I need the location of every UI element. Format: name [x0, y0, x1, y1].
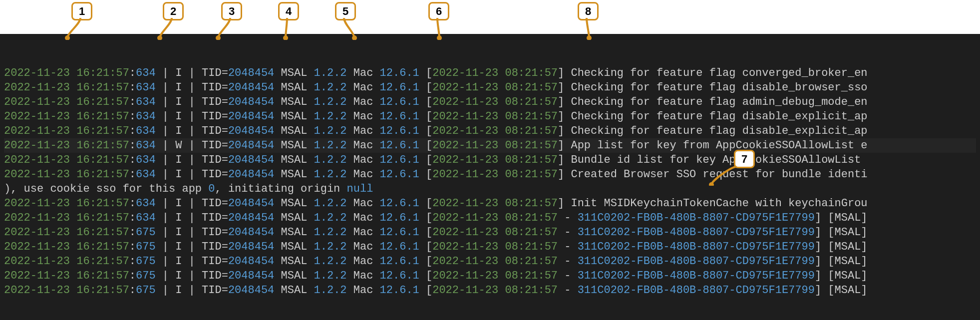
log-lib: MSAL: [281, 270, 308, 282]
log-lib: MSAL: [281, 139, 308, 152]
callout-box: 3: [221, 2, 242, 20]
log-line: 2022-11-23 16:21:57:634 | I | TID=204845…: [4, 66, 976, 80]
log-os: Mac: [353, 96, 373, 108]
callout-box: 5: [335, 2, 356, 20]
log-lib: MSAL: [281, 284, 308, 297]
log-level: I: [175, 81, 182, 94]
log-guid: 311C0202-FB0B-480B-8807-CD975F1E7799: [578, 284, 815, 297]
log-os: Mac: [353, 212, 373, 224]
log-time: 16:21:57: [76, 284, 129, 297]
log-ms: 675: [136, 226, 156, 239]
log-lib: MSAL: [281, 255, 308, 268]
log-os: Mac: [353, 270, 373, 282]
log-time: 16:21:57: [76, 154, 129, 166]
callout-box: 6: [428, 2, 449, 20]
log-line: ), use cookie sso for this app 0, initia…: [4, 182, 976, 196]
log-lib: MSAL: [281, 154, 308, 166]
log-line: 2022-11-23 16:21:57:634 | I | TID=204845…: [4, 109, 976, 124]
log-level: W: [175, 139, 182, 152]
log-msg: Checking for feature flag disable_explic…: [571, 125, 867, 137]
log-utc: 2022-11-23 08:21:57: [432, 270, 558, 282]
log-os: Mac: [353, 197, 373, 210]
log-osver: 12.6.1: [380, 110, 419, 123]
log-tid: 2048454: [228, 212, 274, 224]
log-tid: 2048454: [228, 284, 274, 297]
log-lib: MSAL: [281, 226, 308, 239]
log-msg: Checking for feature flag admin_debug_mo…: [571, 96, 867, 108]
log-ver: 1.2.2: [314, 212, 347, 224]
log-lib: MSAL: [281, 241, 308, 253]
callout-label: 1: [79, 5, 85, 17]
log-null: null: [347, 183, 373, 195]
log-time: 16:21:57: [76, 241, 129, 253]
log-guid: 311C0202-FB0B-480B-8807-CD975F1E7799: [578, 212, 815, 224]
log-time: 16:21:57: [76, 270, 129, 282]
log-date: 2022-11-23: [4, 284, 70, 297]
log-time: 16:21:57: [76, 110, 129, 123]
log-ms: 634: [136, 110, 156, 123]
callout-box: 1: [71, 2, 92, 20]
log-utc: 2022-11-23 08:21:57: [432, 255, 558, 268]
callout-4: 4: [271, 0, 296, 34]
log-utc: 2022-11-23 08:21:57: [432, 96, 558, 108]
log-lib: MSAL: [281, 81, 308, 94]
log-lib: MSAL: [281, 67, 308, 79]
log-date: 2022-11-23: [4, 197, 70, 210]
log-tid: 2048454: [228, 139, 274, 152]
log-date: 2022-11-23: [4, 81, 70, 94]
log-level: I: [175, 255, 182, 268]
callout-label: 5: [342, 5, 348, 17]
log-time: 16:21:57: [76, 212, 129, 224]
log-ver: 1.2.2: [314, 270, 347, 282]
log-os: Mac: [353, 284, 373, 297]
callout-2: 2: [152, 0, 173, 34]
log-os: Mac: [353, 125, 373, 137]
log-os: Mac: [353, 226, 373, 239]
log-tid: 2048454: [228, 270, 274, 282]
log-date: 2022-11-23: [4, 226, 70, 239]
log-os: Mac: [353, 67, 373, 79]
log-msg: Init MSIDKeychainTokenCache with keychai…: [571, 197, 867, 210]
log-osver: 12.6.1: [380, 125, 419, 137]
callout-1: 1: [60, 0, 81, 34]
log-msg: Bundle id list for key AppCookieSSOAllow…: [571, 154, 867, 166]
log-ms: 675: [136, 270, 156, 282]
log-ms: 634: [136, 67, 156, 79]
log-ver: 1.2.2: [314, 125, 347, 137]
log-os: Mac: [353, 139, 373, 152]
log-tid: 2048454: [228, 96, 274, 108]
log-ver: 1.2.2: [314, 110, 347, 123]
log-os: Mac: [353, 81, 373, 94]
log-line: 2022-11-23 16:21:57:634 | I | TID=204845…: [4, 167, 976, 182]
log-ms: 634: [136, 197, 156, 210]
log-os: Mac: [353, 168, 373, 181]
log-osver: 12.6.1: [380, 241, 419, 253]
log-level: I: [175, 125, 182, 137]
log-ms: 634: [136, 212, 156, 224]
log-ms: 634: [136, 81, 156, 94]
log-date: 2022-11-23: [4, 154, 70, 166]
log-os: Mac: [353, 255, 373, 268]
log-utc: 2022-11-23 08:21:57: [432, 67, 558, 79]
log-utc: 2022-11-23 08:21:57: [432, 154, 558, 166]
log-utc: 2022-11-23 08:21:57: [432, 241, 558, 253]
callout-label: 2: [170, 5, 176, 17]
log-osver: 12.6.1: [380, 255, 419, 268]
log-osver: 12.6.1: [380, 168, 419, 181]
log-time: 16:21:57: [76, 67, 129, 79]
log-guid: 311C0202-FB0B-480B-8807-CD975F1E7799: [578, 255, 815, 268]
log-ms: 634: [136, 168, 156, 181]
log-lib: MSAL: [281, 212, 308, 224]
log-time: 16:21:57: [76, 226, 129, 239]
log-ver: 1.2.2: [314, 154, 347, 166]
log-date: 2022-11-23: [4, 212, 70, 224]
log-tag: [MSAL]: [828, 212, 867, 224]
callout-label: 8: [585, 5, 591, 17]
log-date: 2022-11-23: [4, 255, 70, 268]
log-date: 2022-11-23: [4, 110, 70, 123]
callout-box: 8: [578, 2, 599, 20]
log-tag: [MSAL]: [828, 226, 867, 239]
log-line: 2022-11-23 16:21:57:675 | I | TID=204845…: [4, 269, 976, 283]
callout-8: 8: [570, 0, 599, 34]
log-ver: 1.2.2: [314, 139, 347, 152]
